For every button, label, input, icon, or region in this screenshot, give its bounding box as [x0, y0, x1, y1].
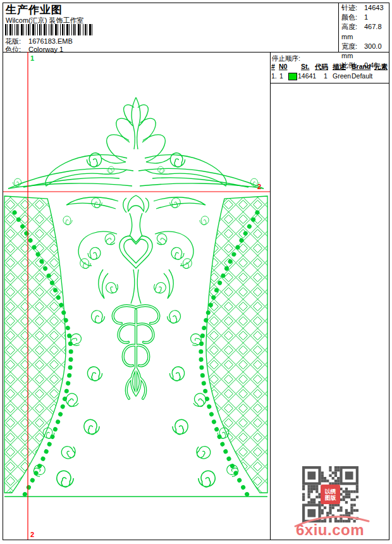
row-index: 1. [271, 72, 277, 80]
pattern-filename: 1676183.EMB [28, 37, 73, 45]
column-header-needle: N0 [279, 63, 287, 70]
lattice-right [206, 196, 267, 493]
table-divider [270, 83, 389, 83]
marker-hline-right: 2 [257, 183, 261, 190]
column-header-code: 代码 [315, 63, 328, 71]
design-stats: 针迹:14643 颜色:1 高度:467.8 mm 宽度:300.0 mm 比例… [341, 3, 392, 70]
thread-color-chip [288, 73, 297, 80]
column-header-index: # [271, 63, 275, 70]
colors-label: 颜色: [341, 13, 364, 22]
stamp-text-top: 以绣 [325, 488, 336, 495]
pendant-ornament [113, 306, 159, 399]
stamp-logo: 以绣 图版 [321, 485, 340, 504]
row-code: 1 [324, 72, 328, 80]
row-needle: 1 [279, 72, 283, 80]
column-header-stitches: St. [301, 63, 309, 70]
stop-sequence-title: 停止顺序: [272, 54, 300, 63]
stitches-label: 针迹: [341, 3, 364, 13]
barcode [5, 24, 94, 35]
colors-value: 1 [364, 13, 368, 21]
row-description: Green [333, 72, 351, 80]
crown-right [136, 97, 264, 189]
watermark-text: 6xiu.com [270, 521, 390, 539]
panel-divider [270, 52, 271, 540]
width-label: 宽度: [341, 42, 364, 51]
column-header-brand: Brand [352, 63, 371, 70]
crown-left [8, 97, 136, 189]
column-header-element: 元素 [374, 63, 388, 71]
stamp-text-bottom: 图版 [325, 495, 336, 501]
lattice-left [4, 196, 66, 493]
marker-bottom: 2 [30, 531, 34, 538]
height-label: 高度: [341, 22, 364, 32]
production-worksheet: 生产作业图 Wilcom(汇京) 装饰工作室 花版: 1676183.EMB 色… [0, 0, 392, 544]
design-lines [4, 97, 267, 497]
stitches-value: 14643 [364, 4, 384, 11]
page-title: 生产作业图 [6, 3, 63, 17]
column-header-description: 描述 [333, 63, 346, 71]
row-stitches: 14641 [298, 72, 316, 80]
row-brand: Default [352, 72, 372, 80]
marker-top: 1 [30, 54, 34, 62]
stats-divider [338, 3, 339, 52]
embroidery-design: 1 2 2 [3, 52, 270, 540]
watermark: 6xiu.com [270, 514, 390, 540]
